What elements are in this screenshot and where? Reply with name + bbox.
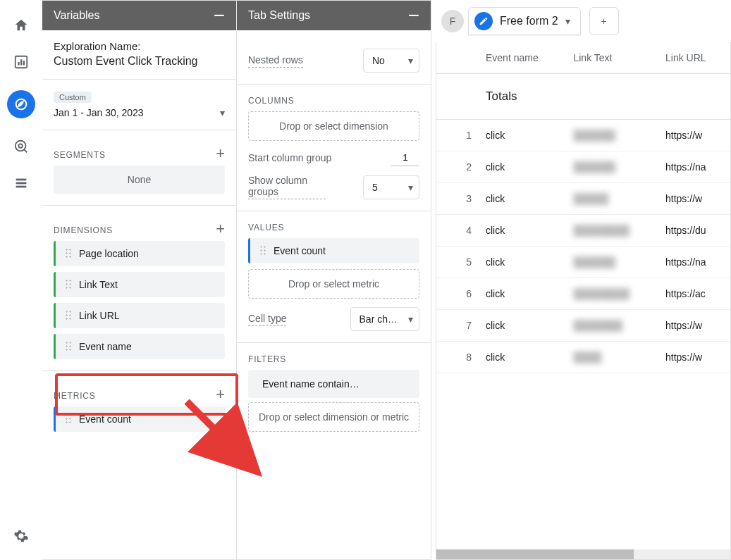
row-link-text: ██████ (566, 120, 658, 151)
values-dropzone[interactable]: Drop or select metric (248, 269, 419, 299)
show-column-groups-select[interactable]: 5 ▾ (363, 175, 419, 199)
row-link-url: https://na (658, 247, 730, 278)
cell-type-select[interactable]: Bar ch… ▾ (350, 307, 419, 331)
totals-label: Totals (479, 74, 566, 120)
gear-icon[interactable] (13, 528, 30, 545)
drag-handle-icon[interactable] (65, 341, 72, 352)
drag-handle-icon[interactable] (65, 413, 72, 425)
explore-icon[interactable] (7, 90, 35, 118)
tab-settings-panel: Tab Settings − Nested rows No ▾ COLUMNS … (237, 0, 431, 560)
table-row[interactable]: 5click██████https://na (436, 247, 730, 278)
table-row[interactable]: 4click████████https://du (436, 215, 730, 247)
collapse-tab-settings-button[interactable]: − (408, 11, 419, 20)
table-row[interactable]: 2click██████https://na (436, 151, 730, 183)
tab-settings-header: Tab Settings − (237, 1, 431, 30)
value-pill-label: Event count (274, 245, 326, 256)
dimension-pill[interactable]: Page location (54, 241, 225, 266)
nav-rail (0, 0, 42, 560)
chevron-down-icon: ▾ (220, 107, 225, 118)
bar-chart-icon[interactable] (13, 54, 30, 70)
table-row[interactable]: 7click███████https://w (436, 310, 730, 342)
row-event-name: click (479, 247, 566, 278)
metrics-title: METRICS (54, 391, 96, 401)
svg-rect-1 (18, 62, 19, 66)
table-header[interactable]: Event name (479, 42, 566, 74)
filter-chip-label: Event name contain… (262, 378, 360, 390)
segments-title: SEGMENTS (54, 150, 106, 160)
metric-pill[interactable]: Event count (54, 406, 225, 432)
row-link-url: https://w (658, 310, 730, 342)
horizontal-scrollbar[interactable] (436, 549, 730, 559)
pencil-icon[interactable] (474, 12, 493, 30)
table-row[interactable]: 8click████https://w (436, 342, 730, 373)
dimension-pill[interactable]: Link URL (54, 303, 225, 328)
table-header[interactable]: Link Text (566, 42, 658, 74)
value-pill[interactable]: Event count (248, 238, 419, 263)
table-row[interactable]: 6click████████https://ac (436, 278, 730, 310)
svg-rect-2 (20, 59, 22, 65)
drag-handle-icon[interactable] (65, 279, 72, 290)
show-column-groups-value: 5 (372, 182, 378, 193)
dimension-pill-event-name[interactable]: Event name (54, 334, 225, 359)
chevron-down-icon[interactable]: ▾ (565, 15, 570, 27)
home-icon[interactable] (13, 17, 30, 34)
filter-chip[interactable]: Event name contain… (248, 370, 419, 398)
cell-type-value: Bar ch… (360, 313, 398, 325)
dimension-label: Link URL (79, 310, 120, 321)
report-area: F Free form 2 ▾ + Event name Link Text L… (431, 0, 731, 560)
row-link-url: https://na (658, 151, 730, 183)
add-tab-button[interactable]: + (589, 7, 619, 35)
metric-label: Event count (79, 413, 131, 425)
start-column-input[interactable] (391, 149, 419, 166)
row-event-name: click (479, 183, 566, 215)
nested-rows-select[interactable]: No ▾ (363, 49, 419, 73)
table-row[interactable]: 1click██████https://w (436, 120, 730, 151)
report-table-wrap: Event name Link Text Link URL Totals 1cl… (436, 42, 731, 560)
svg-rect-8 (16, 182, 27, 185)
row-index: 4 (436, 215, 479, 247)
chevron-down-icon: ▾ (408, 313, 413, 325)
drag-handle-icon[interactable] (65, 310, 72, 321)
table-row[interactable]: 3click█████https://w (436, 183, 730, 215)
columns-dropzone[interactable]: Drop or select dimension (248, 111, 419, 141)
dimension-label: Event name (79, 341, 132, 352)
tab-badge[interactable]: F (441, 10, 464, 32)
exploration-name-label: Exploration Name: (54, 40, 225, 52)
date-range-tag: Custom (54, 92, 92, 103)
row-link-url: https://ac (658, 278, 730, 310)
row-link-url: https://w (658, 120, 730, 151)
row-index: 3 (436, 183, 479, 215)
date-range-picker[interactable]: Jan 1 - Jan 30, 2023 ▾ (54, 107, 225, 118)
list-icon[interactable] (13, 175, 30, 192)
dimension-pill[interactable]: Link Text (54, 272, 225, 297)
add-dimension-button[interactable]: + (216, 220, 225, 238)
row-event-name: click (479, 151, 566, 183)
filters-dropzone[interactable]: Drop or select dimension or metric (248, 402, 419, 432)
report-table: Event name Link Text Link URL Totals 1cl… (436, 42, 730, 373)
active-tab[interactable]: Free form 2 ▾ (468, 7, 581, 35)
drag-handle-icon[interactable] (65, 248, 72, 259)
chevron-down-icon: ▾ (408, 182, 413, 193)
scrollbar-thumb[interactable] (436, 549, 634, 559)
add-segment-button[interactable]: + (216, 144, 225, 163)
drag-handle-icon[interactable] (259, 245, 266, 256)
nested-rows-value: No (372, 55, 385, 66)
table-header[interactable]: Link URL (658, 42, 730, 74)
row-link-text: ████ (566, 342, 658, 373)
start-column-label: Start column group (248, 152, 331, 163)
row-link-text: █████ (566, 183, 658, 215)
exploration-name-value[interactable]: Custom Event Click Tracking (54, 55, 225, 68)
nested-rows-label: Nested rows (248, 54, 303, 68)
add-metric-button[interactable]: + (216, 385, 225, 404)
row-event-name: click (479, 342, 566, 373)
variables-panel: Variables − Exploration Name: Custom Eve… (42, 0, 237, 560)
segments-none[interactable]: None (54, 166, 225, 194)
collapse-variables-button[interactable]: − (214, 11, 225, 20)
target-icon[interactable] (13, 138, 30, 155)
variables-header: Variables − (42, 1, 236, 30)
variables-title: Variables (54, 9, 100, 22)
cell-type-label: Cell type (248, 313, 286, 326)
tab-bar: F Free form 2 ▾ + (436, 0, 731, 42)
svg-point-5 (16, 141, 26, 151)
tab-name: Free form 2 (500, 15, 558, 27)
